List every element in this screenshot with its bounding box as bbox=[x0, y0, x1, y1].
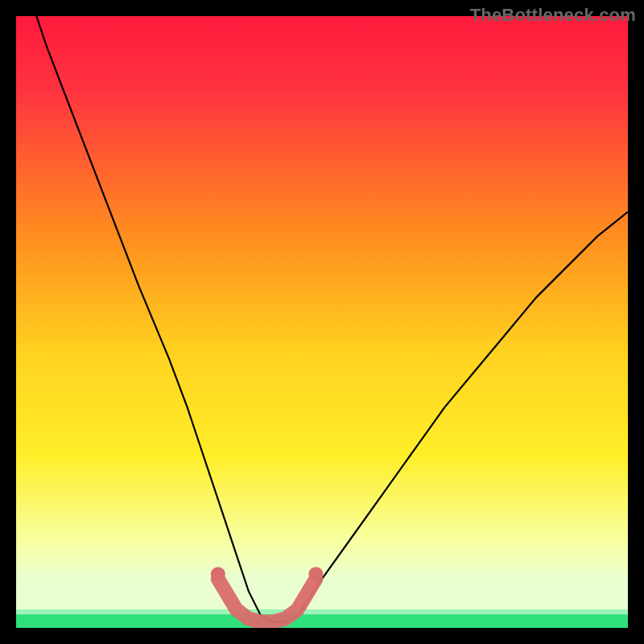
svg-point-3 bbox=[211, 567, 225, 581]
watermark-text: TheBottleneck.com bbox=[470, 5, 636, 26]
svg-rect-2 bbox=[16, 609, 628, 614]
svg-rect-0 bbox=[16, 16, 628, 628]
chart-svg bbox=[16, 16, 628, 628]
chart-stage: TheBottleneck.com bbox=[0, 0, 644, 644]
plot-area bbox=[16, 16, 628, 628]
svg-point-4 bbox=[308, 567, 323, 581]
